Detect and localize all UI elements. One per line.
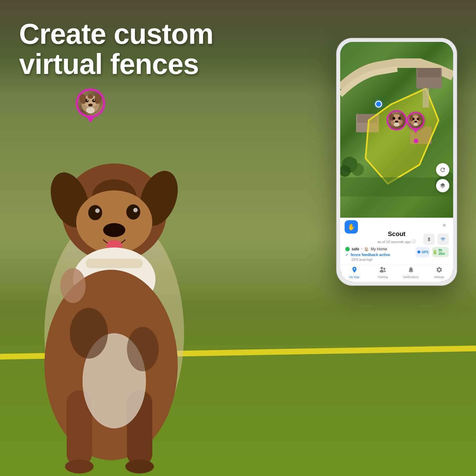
- fence-point-dot: [414, 139, 418, 143]
- owner-location-dot: [375, 101, 382, 108]
- svg-point-30: [70, 308, 108, 359]
- info-icon: ⓘ: [412, 239, 416, 244]
- svg-point-35: [351, 163, 364, 176]
- icon-row-bottom: GPS 🔋 9h 25m: [416, 247, 449, 257]
- svg-point-6: [87, 99, 88, 101]
- signal-bars-icon: [440, 237, 446, 242]
- location-nav-icon: [351, 266, 358, 273]
- nav-settings-label: Settings: [434, 275, 444, 279]
- device-status-icons: GPS 🔋 9h 25m: [416, 234, 449, 257]
- battery-time: 9h 25m: [439, 248, 449, 255]
- svg-point-60: [398, 117, 401, 120]
- nav-mymap-label: My Map: [349, 275, 359, 279]
- gps-sub-label: GPS level high: [352, 258, 448, 261]
- bluetooth-icon: [426, 237, 432, 242]
- dog-face-icon-left: [78, 90, 103, 116]
- hand-icon: ✋: [347, 223, 355, 231]
- dog-pin-tail-left: [87, 116, 94, 123]
- layers-icon: [440, 182, 446, 189]
- headline-line2: virtual fences: [19, 49, 213, 79]
- bullet-separator: •: [361, 247, 362, 251]
- headline-container: Create custom virtual fences: [19, 19, 213, 79]
- svg-point-17: [88, 205, 102, 220]
- dog-location-pin-left: [76, 89, 105, 123]
- dog-map-pin-tail: [413, 129, 418, 133]
- battery-icon: 🔋: [432, 249, 438, 255]
- dog-figure: [10, 143, 219, 476]
- training-nav-icon: [379, 266, 386, 273]
- phone-frame: ✋ × Scout as of 10 seconds ago ⓘ: [336, 38, 457, 286]
- location-label: My Home: [371, 247, 387, 251]
- phone-bottom-panel: ✋ × Scout as of 10 seconds ago ⓘ: [340, 218, 453, 282]
- map-refresh-button[interactable]: [436, 163, 449, 176]
- svg-point-19: [126, 204, 140, 220]
- svg-rect-46: [423, 89, 429, 108]
- svg-point-18: [95, 208, 100, 213]
- home-icon-small: 🏠: [364, 247, 369, 251]
- dog-bottom-face-icon: [388, 111, 406, 129]
- svg-point-59: [393, 117, 395, 120]
- dog-map-avatar: [407, 112, 425, 129]
- svg-point-62: [394, 122, 400, 126]
- svg-point-27: [65, 459, 94, 473]
- training-icon: [379, 266, 386, 275]
- svg-rect-40: [418, 68, 440, 77]
- svg-point-21: [103, 223, 125, 237]
- close-icon: ×: [443, 222, 446, 229]
- svg-point-61: [395, 121, 399, 123]
- safe-label: safe: [352, 247, 359, 251]
- nav-item-notifications[interactable]: Notifications: [397, 266, 425, 279]
- nav-item-settings[interactable]: Settings: [425, 266, 453, 279]
- nav-training-label: Training: [377, 275, 387, 279]
- svg-rect-33: [86, 259, 143, 268]
- svg-point-9: [86, 107, 95, 114]
- timestamp-text: as of 10 seconds ago: [378, 240, 411, 244]
- gps-status-badge: GPS: [416, 247, 430, 257]
- icon-row-top: [423, 234, 449, 245]
- bluetooth-icon-button: [423, 234, 435, 245]
- action-button[interactable]: ✋: [345, 220, 358, 234]
- svg-point-8: [88, 104, 93, 107]
- fence-label: fence feedback active: [351, 253, 390, 257]
- svg-point-53: [414, 121, 417, 122]
- dog-bottom-avatar: [387, 110, 407, 130]
- map-area: [340, 42, 453, 218]
- phone-mockup: ✋ × Scout as of 10 seconds ago ⓘ: [336, 38, 457, 286]
- svg-point-20: [133, 208, 138, 212]
- svg-point-52: [417, 118, 419, 120]
- svg-point-7: [94, 99, 95, 101]
- svg-point-28: [125, 459, 154, 473]
- gear-nav-icon: [436, 266, 443, 273]
- bell-nav-icon: [407, 266, 414, 273]
- close-button[interactable]: ×: [440, 221, 449, 230]
- fence-check-icon: ✓: [345, 252, 349, 257]
- nav-notifications-label: Notifications: [403, 275, 419, 279]
- svg-point-31: [127, 327, 159, 371]
- svg-point-32: [60, 268, 86, 303]
- map-layers-button[interactable]: [436, 179, 449, 192]
- battery-status-badge: 🔋 9h 25m: [432, 247, 449, 257]
- gps-icon: [417, 250, 421, 254]
- headline-line1: Create custom: [19, 19, 213, 49]
- safe-status-dot: [345, 247, 350, 251]
- phone-screen: ✋ × Scout as of 10 seconds ago ⓘ: [340, 42, 453, 282]
- dog-svg: [10, 143, 219, 476]
- refresh-icon: [440, 167, 446, 173]
- svg-point-51: [413, 118, 415, 120]
- nav-item-training[interactable]: Training: [368, 266, 397, 279]
- svg-point-54: [413, 123, 418, 126]
- bottom-nav: My Map Training: [340, 264, 453, 282]
- svg-point-5: [92, 99, 96, 102]
- notifications-icon: [407, 266, 414, 275]
- settings-icon: [436, 266, 443, 275]
- dog-pin-avatar-left: [76, 89, 105, 117]
- nav-item-mymap[interactable]: My Map: [340, 266, 368, 279]
- svg-point-10: [88, 94, 93, 99]
- dog-map-face-icon: [408, 113, 423, 128]
- gps-label: GPS: [422, 250, 428, 254]
- mymap-icon: [351, 266, 358, 275]
- svg-point-4: [85, 99, 89, 102]
- dog-map-pin: [407, 112, 425, 133]
- signal-icon-button: [437, 234, 449, 245]
